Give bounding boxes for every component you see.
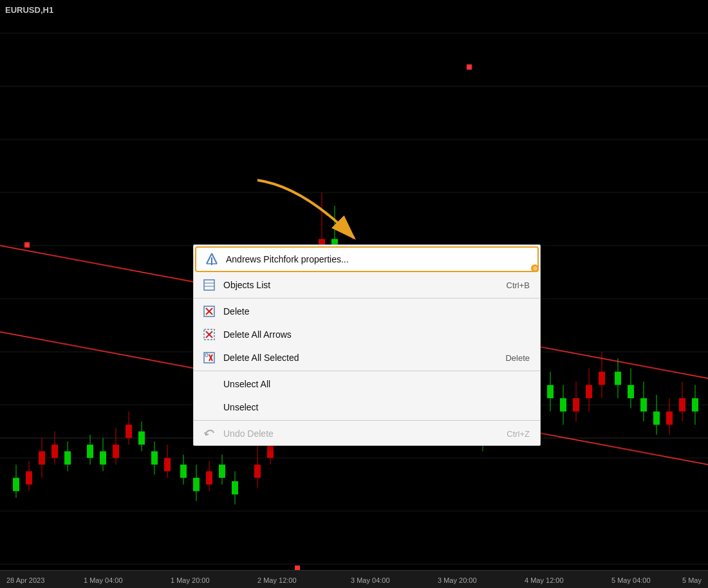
menu-label-delete-all-selected: Delete All Selected — [223, 353, 299, 363]
context-menu: ⚙ Andrews Pitchfork properties... Object… — [193, 244, 541, 446]
undo-icon — [200, 426, 218, 441]
gear-badge: ⚙ — [531, 264, 539, 272]
chart-title: EURUSD,H1 — [5, 5, 53, 15]
delete-arrows-icon — [200, 327, 218, 342]
menu-label-unselect: Unselect — [223, 402, 258, 412]
menu-item-andrews-pitchfork[interactable]: ⚙ Andrews Pitchfork properties... — [195, 246, 539, 272]
divider-2 — [194, 371, 540, 371]
unselect-icon — [200, 400, 218, 415]
shortcut-undo-delete: Ctrl+Z — [507, 429, 530, 439]
chart-container: EURUSD,H1 ⚙ Andrews Pitchfork properties… — [0, 0, 708, 588]
pitchfork-icon: ⚙ — [203, 252, 221, 267]
unselect-all-icon — [200, 376, 218, 392]
menu-item-undo-delete: Undo Delete Ctrl+Z — [194, 422, 540, 445]
menu-label-delete-all-arrows: Delete All Arrows — [223, 329, 292, 340]
menu-item-delete[interactable]: Delete — [194, 300, 540, 323]
time-label-3: 2 May 12:00 — [257, 576, 297, 584]
delete-selected-icon — [200, 350, 218, 365]
divider-1 — [194, 298, 540, 299]
time-label-4: 3 May 04:00 — [351, 576, 390, 584]
time-label-7: 5 May 04:00 — [611, 576, 651, 584]
svg-line-1 — [207, 253, 212, 264]
menu-label-objects-list: Objects List — [223, 280, 270, 290]
shortcut-delete-all-selected: Delete — [505, 353, 530, 363]
svg-rect-5 — [204, 280, 214, 290]
time-label-0: 28 Apr 2023 — [6, 576, 44, 584]
menu-label-delete: Delete — [223, 306, 249, 317]
time-label-2: 1 May 20:00 — [171, 576, 210, 584]
menu-item-unselect-all[interactable]: Unselect All — [194, 372, 540, 396]
shortcut-objects-list: Ctrl+B — [507, 280, 530, 290]
menu-label-undo-delete: Undo Delete — [223, 428, 274, 439]
menu-item-unselect[interactable]: Unselect — [194, 396, 540, 419]
time-axis: 28 Apr 2023 1 May 04:00 1 May 20:00 2 Ma… — [0, 570, 708, 588]
menu-label-pitchfork: Andrews Pitchfork properties... — [226, 254, 349, 264]
menu-label-unselect-all: Unselect All — [223, 379, 270, 389]
time-label-5: 3 May 20:00 — [438, 576, 477, 584]
objects-list-icon — [200, 277, 218, 293]
menu-item-delete-all-arrows[interactable]: Delete All Arrows — [194, 323, 540, 346]
divider-3 — [194, 420, 540, 421]
time-label-1: 1 May 04:00 — [84, 576, 123, 584]
menu-item-delete-all-selected[interactable]: Delete All Selected Delete — [194, 346, 540, 369]
time-label-8: 5 May — [682, 576, 702, 584]
delete-icon — [200, 304, 218, 319]
svg-line-2 — [212, 253, 217, 264]
menu-item-objects-list[interactable]: Objects List Ctrl+B — [194, 273, 540, 297]
time-label-6: 4 May 12:00 — [525, 576, 564, 584]
